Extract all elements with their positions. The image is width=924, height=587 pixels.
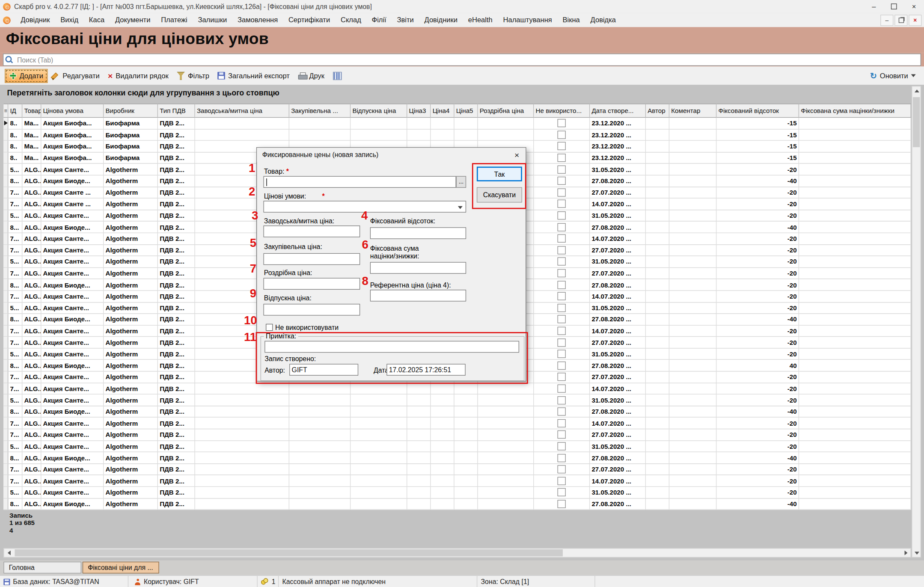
column-header[interactable]: Автор bbox=[646, 104, 669, 118]
menu-item-сертифікати[interactable]: Сертифікати bbox=[283, 14, 336, 26]
vidpusk-input[interactable] bbox=[263, 304, 360, 316]
titlebar[interactable]: Скарб pro v. 4.0.2.77 [ІД: ] - [Апт №003… bbox=[0, 0, 924, 14]
referent-input[interactable] bbox=[370, 290, 466, 302]
mdi-close-button[interactable]: × bbox=[909, 15, 921, 26]
column-header[interactable]: Роздрібна ціна bbox=[478, 104, 534, 118]
zavod-input[interactable] bbox=[263, 225, 360, 237]
menu-item-довідники[interactable]: Довідники bbox=[419, 14, 463, 26]
row-checkbox[interactable] bbox=[558, 246, 566, 254]
menu-item-звіти[interactable]: Звіти bbox=[392, 14, 419, 26]
table-row[interactable]: 7...ALG...Акция Санте...AlgothermПДВ 2..… bbox=[3, 464, 911, 475]
menu-item-вихід[interactable]: Вихід bbox=[55, 14, 84, 26]
row-checkbox[interactable] bbox=[558, 188, 566, 196]
row-checkbox[interactable] bbox=[558, 419, 566, 427]
menu-item-каса[interactable]: Каса bbox=[83, 14, 110, 26]
row-checkbox[interactable] bbox=[558, 442, 566, 450]
scroll-up-button[interactable] bbox=[912, 86, 921, 95]
menu-item-довідник[interactable]: Довідник bbox=[15, 14, 55, 26]
row-checkbox[interactable] bbox=[558, 269, 566, 277]
row-checkbox[interactable] bbox=[558, 177, 566, 185]
row-checkbox[interactable] bbox=[558, 362, 566, 370]
table-row[interactable]: 7...ALG...Акция Санте...AlgothermПДВ 2..… bbox=[3, 475, 911, 487]
delete-row-button[interactable]: × Видалити рядок bbox=[104, 69, 172, 82]
row-checkbox[interactable] bbox=[558, 154, 566, 162]
row-checkbox[interactable] bbox=[558, 130, 566, 139]
tab-holovna[interactable]: Головна bbox=[3, 562, 81, 574]
row-checkbox[interactable] bbox=[558, 338, 566, 347]
row-checkbox[interactable] bbox=[558, 488, 566, 496]
column-header[interactable]: Закупівельна ... bbox=[289, 104, 351, 118]
table-row[interactable]: 8...ALG...Акция Биоде...AlgothermПДВ 2..… bbox=[3, 452, 911, 464]
column-header[interactable]: Заводська/митна ціна bbox=[195, 104, 289, 118]
column-header[interactable]: Не використо... bbox=[534, 104, 590, 118]
row-checkbox[interactable] bbox=[558, 477, 566, 485]
column-header[interactable]: Ціна5 bbox=[455, 104, 478, 118]
export-button[interactable]: Загальний експорт bbox=[214, 69, 294, 82]
column-header[interactable]: Відпускна ціна bbox=[351, 104, 407, 118]
row-checkbox[interactable] bbox=[558, 304, 566, 312]
row-checkbox[interactable] bbox=[558, 454, 566, 462]
tovar-input[interactable] bbox=[263, 176, 456, 188]
menu-item-філії[interactable]: Філії bbox=[366, 14, 392, 26]
row-checkbox[interactable] bbox=[558, 350, 566, 358]
row-checkbox[interactable] bbox=[558, 223, 566, 231]
column-header[interactable]: Ціна4 bbox=[431, 104, 455, 118]
table-row[interactable]: 5...ALG...Акция Санте...AlgothermПДВ 2..… bbox=[3, 394, 911, 406]
row-checkbox[interactable] bbox=[558, 211, 566, 219]
edit-button[interactable]: Редагувати bbox=[48, 69, 104, 82]
row-checkbox[interactable] bbox=[558, 165, 566, 173]
column-header[interactable]: Фіксована сума націнки/знижки bbox=[799, 104, 911, 118]
row-checkbox[interactable] bbox=[558, 234, 566, 243]
row-checkbox[interactable] bbox=[558, 315, 566, 323]
menu-item-склад[interactable]: Склад bbox=[336, 14, 367, 26]
column-header[interactable]: Дата створе... bbox=[590, 104, 646, 118]
not-used-checkbox[interactable] bbox=[266, 324, 273, 331]
row-checkbox[interactable] bbox=[558, 385, 566, 393]
row-checkbox[interactable] bbox=[558, 281, 566, 289]
scroll-right-button[interactable] bbox=[901, 549, 910, 557]
row-checkbox[interactable] bbox=[558, 465, 566, 473]
horizontal-scroll-thumb[interactable] bbox=[15, 549, 563, 557]
prymitka-input[interactable] bbox=[264, 341, 519, 353]
row-checkbox[interactable] bbox=[558, 119, 566, 127]
groupby-hint[interactable]: Перетягніть заголовок колонки сюди для у… bbox=[7, 88, 279, 97]
row-checkbox[interactable] bbox=[558, 396, 566, 404]
table-row[interactable]: 5...ALG...Акция Санте...AlgothermПДВ 2..… bbox=[3, 487, 911, 498]
zakup-input[interactable] bbox=[263, 253, 360, 265]
scroll-down-button[interactable] bbox=[912, 549, 921, 557]
menu-item-довідка[interactable]: Довідка bbox=[585, 14, 621, 26]
columns-button[interactable] bbox=[329, 69, 346, 82]
table-row[interactable]: 8..Ма...Акция Биофа...БиофармаПДВ 2...23… bbox=[3, 129, 911, 141]
row-checkbox[interactable] bbox=[558, 327, 566, 335]
refresh-dropdown-icon[interactable] bbox=[911, 74, 916, 77]
menu-item-ehealth[interactable]: eHealth bbox=[463, 14, 498, 26]
table-row[interactable]: 8...ALG...Акция Биоде...AlgothermПДВ 2..… bbox=[3, 498, 911, 510]
menu-item-платежі[interactable]: Платежі bbox=[156, 14, 193, 26]
dialog-titlebar[interactable]: Фиксированные цены (новая запись) × bbox=[257, 148, 526, 162]
vertical-scroll-thumb[interactable] bbox=[913, 97, 920, 147]
mdi-restore-button[interactable] bbox=[894, 15, 907, 26]
menu-item-замовлення[interactable]: Замовлення bbox=[232, 14, 283, 26]
table-row[interactable]: 7...ALG...Акция Санте...AlgothermПДВ 2..… bbox=[3, 383, 911, 394]
column-header[interactable]: Фіксований відсоток bbox=[716, 104, 799, 118]
column-header[interactable]: Цінова умова bbox=[41, 104, 104, 118]
filter-button[interactable]: Фільтр bbox=[172, 69, 213, 82]
suma-input[interactable] bbox=[370, 262, 466, 274]
vertical-scrollbar[interactable] bbox=[912, 86, 921, 557]
menu-item-документи[interactable]: Документи bbox=[110, 14, 155, 26]
row-checkbox[interactable] bbox=[558, 258, 566, 266]
table-row[interactable]: 7...ALG...Акция Санте...AlgothermПДВ 2..… bbox=[3, 429, 911, 441]
ok-button[interactable]: Так bbox=[477, 166, 522, 181]
column-header[interactable]: Виробник bbox=[104, 104, 158, 118]
column-header[interactable]: Ціна3 bbox=[407, 104, 431, 118]
cancel-button[interactable]: Скасувати bbox=[477, 187, 522, 203]
minimize-button[interactable]: – bbox=[864, 0, 884, 13]
horizontal-scrollbar[interactable] bbox=[3, 548, 911, 557]
scroll-left-button[interactable] bbox=[4, 549, 14, 557]
search-input[interactable] bbox=[16, 55, 914, 65]
row-checkbox[interactable] bbox=[558, 500, 566, 508]
tab-fixed-prices[interactable]: Фіксовані ціни для ... bbox=[83, 562, 159, 574]
row-checkbox[interactable] bbox=[558, 407, 566, 415]
column-header[interactable]: Тип ПДВ bbox=[158, 104, 195, 118]
refresh-button[interactable]: ↻ Оновити bbox=[870, 66, 916, 85]
